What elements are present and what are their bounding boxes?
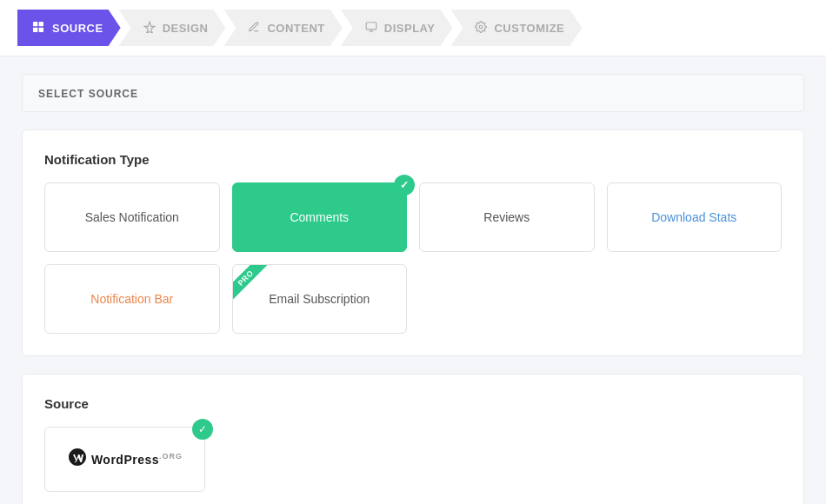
notif-card-download-label: Download Stats	[651, 210, 736, 224]
notification-grid-row2: Notification Bar PRO Email Subscription	[44, 264, 782, 334]
display-icon	[365, 21, 377, 36]
wp-icon	[67, 447, 88, 472]
pro-badge-label: PRO	[233, 265, 268, 300]
select-source-label: SELECT SOURCE	[38, 88, 138, 100]
main-content: SELECT SOURCE Notification Type Sales No…	[0, 56, 826, 504]
source-check-icon: ✓	[198, 423, 207, 435]
select-source-header: SELECT SOURCE	[22, 74, 804, 112]
top-nav: SOURCE DESIGN CONTENT DISPLAY CUSTOMIZE	[0, 0, 826, 56]
svg-rect-1	[39, 22, 43, 26]
notification-type-title: Notification Type	[44, 152, 782, 167]
notif-card-reviews-label: Reviews	[483, 210, 530, 224]
step-display[interactable]: DISPLAY	[341, 10, 453, 46]
notif-card-download[interactable]: Download Stats	[607, 182, 783, 252]
step-customize-label: CUSTOMIZE	[494, 22, 564, 35]
source-icon	[31, 20, 45, 36]
step-content-label: CONTENT	[267, 22, 324, 35]
step-display-label: DISPLAY	[384, 22, 436, 35]
notif-card-notifbar-label: Notification Bar	[90, 292, 173, 306]
notification-grid-row1: Sales Notification ✓ Comments Reviews Do…	[44, 182, 782, 252]
source-check-badge: ✓	[192, 419, 213, 440]
check-icon-comments: ✓	[400, 179, 409, 191]
check-badge-comments: ✓	[394, 175, 415, 196]
svg-rect-2	[33, 27, 37, 31]
notif-card-sales-label: Sales Notification	[85, 210, 179, 224]
step-source-label: SOURCE	[52, 22, 103, 35]
notif-card-sales[interactable]: Sales Notification	[44, 182, 220, 252]
notif-card-reviews[interactable]: Reviews	[419, 182, 595, 252]
source-section: Source ✓ WordPress.ORG	[22, 374, 804, 504]
source-card-wordpress[interactable]: ✓ WordPress.ORG	[44, 427, 205, 492]
notification-type-section: Notification Type Sales Notification ✓ C…	[22, 129, 804, 356]
step-design-label: DESIGN	[163, 22, 209, 35]
design-icon	[143, 21, 156, 36]
svg-rect-4	[366, 22, 376, 29]
customize-icon	[475, 21, 487, 36]
svg-rect-0	[33, 22, 37, 26]
svg-point-5	[480, 25, 483, 29]
content-icon	[248, 21, 260, 36]
wordpress-logo: WordPress.ORG	[67, 447, 183, 472]
source-title: Source	[44, 396, 782, 411]
svg-rect-3	[39, 27, 43, 31]
notif-card-comments-label: Comments	[290, 210, 349, 224]
notif-card-comments[interactable]: ✓ Comments	[232, 182, 408, 252]
notif-card-notifbar[interactable]: Notification Bar	[44, 264, 220, 334]
notif-card-emailsub[interactable]: PRO Email Subscription	[232, 264, 408, 334]
nav-steps: SOURCE DESIGN CONTENT DISPLAY CUSTOMIZE	[17, 10, 582, 46]
step-content[interactable]: CONTENT	[223, 10, 342, 46]
step-source[interactable]: SOURCE	[17, 10, 121, 46]
step-customize[interactable]: CUSTOMIZE	[450, 10, 582, 46]
wordpress-text: WordPress.ORG	[91, 452, 183, 467]
step-design[interactable]: DESIGN	[119, 10, 226, 46]
notif-card-emailsub-label: Email Subscription	[269, 292, 370, 306]
